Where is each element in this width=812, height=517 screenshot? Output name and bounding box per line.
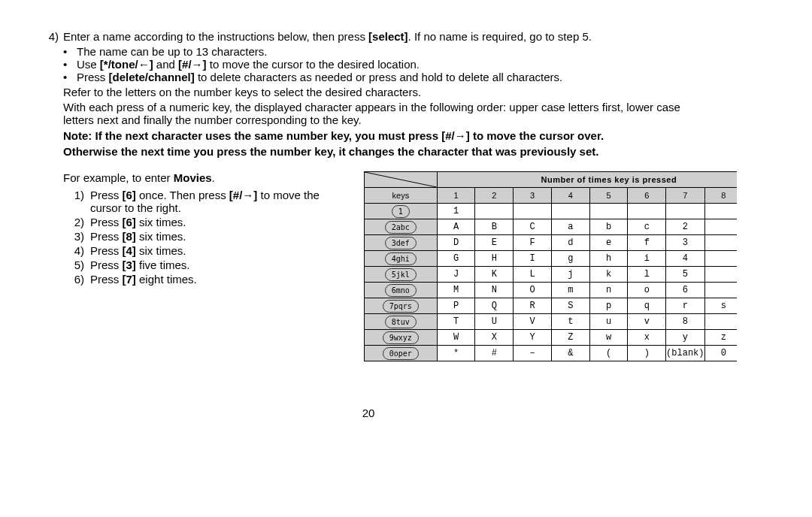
- key-cell: 7pqrs: [365, 298, 438, 314]
- col-header: 4: [551, 188, 589, 204]
- char-cell: d: [551, 235, 589, 251]
- char-cell: L: [514, 267, 552, 283]
- col-header: 6: [628, 188, 666, 204]
- char-cell: (blank): [666, 346, 704, 361]
- char-cell: [589, 204, 628, 219]
- char-cell: w: [589, 330, 628, 346]
- char-cell: [475, 204, 514, 219]
- char-cell: 0: [704, 346, 737, 361]
- char-cell: [704, 219, 737, 235]
- example-step: 5)Press [3] five times.: [63, 258, 349, 271]
- step-4-intro: Enter a name according to the instructio…: [63, 30, 699, 43]
- char-cell: 2: [666, 219, 704, 235]
- char-cell: [704, 204, 737, 219]
- char-cell: Q: [475, 298, 514, 314]
- example-step: 6)Press [7] eight times.: [63, 273, 349, 286]
- char-cell: &: [551, 346, 589, 361]
- key-cell: 1: [365, 204, 438, 219]
- note-line-2: Otherwise the next time you press the nu…: [63, 145, 699, 158]
- char-cell: 1: [437, 204, 475, 219]
- char-cell: [666, 204, 704, 219]
- char-cell: U: [475, 314, 514, 330]
- char-cell: g: [551, 251, 589, 267]
- char-cell: M: [437, 283, 475, 298]
- key-cell: 8tuv: [365, 314, 438, 330]
- char-cell: W: [437, 330, 475, 346]
- char-cell: o: [628, 283, 666, 298]
- char-cell: s: [704, 298, 737, 314]
- key-cell: 6mno: [365, 283, 438, 298]
- char-cell: 8: [666, 314, 704, 330]
- char-cell: T: [437, 314, 475, 330]
- key-cell: 2abc: [365, 219, 438, 235]
- example-step: 3)Press [8] six times.: [63, 230, 349, 243]
- char-cell: J: [437, 267, 475, 283]
- col-header: 8: [704, 188, 737, 204]
- char-cell: e: [589, 235, 628, 251]
- char-cell: H: [475, 251, 514, 267]
- char-cell: r: [666, 298, 704, 314]
- char-cell: x: [628, 330, 666, 346]
- example-step: 4)Press [4] six times.: [63, 244, 349, 257]
- char-cell: I: [514, 251, 552, 267]
- char-cell: [551, 204, 589, 219]
- keys-label: keys: [365, 188, 438, 204]
- lower-section: For example, to enter Movies. 1)Press [6…: [63, 171, 699, 361]
- char-cell: i: [628, 251, 666, 267]
- corner-cell: [365, 172, 438, 188]
- col-header: 5: [589, 188, 628, 204]
- char-cell: S: [551, 298, 589, 314]
- step-4: 4) Enter a name according to the instruc…: [38, 30, 699, 158]
- char-cell: z: [704, 330, 737, 346]
- char-cell: P: [437, 298, 475, 314]
- char-cell: c: [628, 219, 666, 235]
- char-cell: [704, 314, 737, 330]
- col-header: 1: [437, 188, 475, 204]
- char-cell: #: [475, 346, 514, 361]
- table-header: Number of times key is pressed: [437, 172, 737, 188]
- example-steps: 1)Press [6] once. Then press [#/→] to mo…: [63, 189, 349, 286]
- bullet-1: The name can be up to 13 characters.: [77, 45, 267, 58]
- svg-line-0: [365, 172, 437, 187]
- char-cell: 5: [666, 267, 704, 283]
- example-block: For example, to enter Movies. 1)Press [6…: [63, 171, 364, 287]
- char-cell: u: [589, 314, 628, 330]
- col-header: 7: [666, 188, 704, 204]
- char-cell: p: [589, 298, 628, 314]
- char-cell: n: [589, 283, 628, 298]
- char-cell: 3: [666, 235, 704, 251]
- example-intro: For example, to enter Movies.: [63, 171, 349, 184]
- char-cell: v: [628, 314, 666, 330]
- char-cell: –: [514, 346, 552, 361]
- example-step: 1)Press [6] once. Then press [#/→] to mo…: [63, 189, 349, 214]
- char-cell: G: [437, 251, 475, 267]
- char-cell: R: [514, 298, 552, 314]
- plain-2: With each press of a numeric key, the di…: [63, 101, 699, 126]
- char-cell: m: [551, 283, 589, 298]
- char-cell: ): [628, 346, 666, 361]
- key-cell: 4ghi: [365, 251, 438, 267]
- char-cell: j: [551, 267, 589, 283]
- char-cell: [704, 235, 737, 251]
- char-cell: [514, 204, 552, 219]
- example-step: 2)Press [6] six times.: [63, 216, 349, 228]
- col-header: 2: [475, 188, 514, 204]
- char-table: Number of times key is pressed keys 1234…: [364, 171, 737, 361]
- char-cell: q: [628, 298, 666, 314]
- char-cell: Z: [551, 330, 589, 346]
- char-cell: N: [475, 283, 514, 298]
- note-line-1: Note: If the next character uses the sam…: [63, 129, 699, 142]
- char-cell: E: [475, 235, 514, 251]
- char-cell: [704, 251, 737, 267]
- char-table-wrap: Number of times key is pressed keys 1234…: [364, 171, 737, 361]
- char-cell: t: [551, 314, 589, 330]
- char-cell: [628, 204, 666, 219]
- char-cell: [704, 283, 737, 298]
- char-cell: [704, 267, 737, 283]
- page-number: 20: [38, 407, 699, 419]
- char-cell: X: [475, 330, 514, 346]
- char-cell: l: [628, 267, 666, 283]
- bullet-2: Use [*/tone/←] and [#/→] to move the cur…: [77, 58, 420, 71]
- char-cell: C: [514, 219, 552, 235]
- char-cell: f: [628, 235, 666, 251]
